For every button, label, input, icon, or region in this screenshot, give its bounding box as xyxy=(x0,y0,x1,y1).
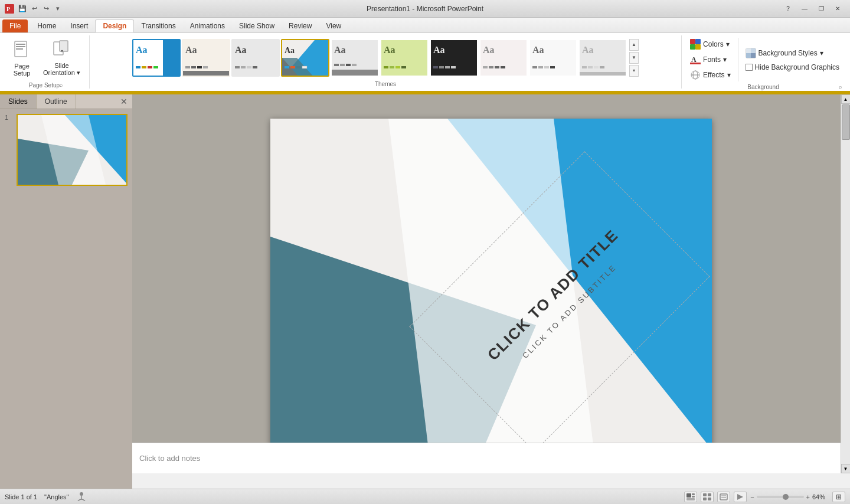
ribbon: PageSetup ▾ SlideOrientation ▾ Page Setu… xyxy=(0,33,850,92)
slide-orientation-button[interactable]: ▾ SlideOrientation ▾ xyxy=(39,37,84,80)
tab-review[interactable]: Review xyxy=(282,19,319,32)
slide-thumbnail-1[interactable] xyxy=(17,114,128,186)
tab-design[interactable]: Design xyxy=(95,19,134,32)
svg-rect-86 xyxy=(746,48,751,53)
hide-background-checkbox[interactable] xyxy=(746,64,753,71)
tab-view[interactable]: View xyxy=(319,19,348,32)
svg-rect-3 xyxy=(16,44,25,45)
svg-rect-53 xyxy=(433,66,438,68)
tab-transitions[interactable]: Transitions xyxy=(134,19,182,32)
theme-apex[interactable]: Aa xyxy=(331,39,379,77)
reading-view-btn[interactable] xyxy=(717,492,730,502)
effects-icon xyxy=(690,70,701,80)
svg-rect-15 xyxy=(153,66,158,68)
theme-aspect[interactable]: Aa xyxy=(380,39,429,77)
ribbon-tabs: File Home Insert Design Transitions Anim… xyxy=(0,18,850,33)
background-styles-label: Background Styles xyxy=(759,49,818,57)
zoom-slider-thumb[interactable] xyxy=(783,494,789,500)
scroll-track[interactable] xyxy=(841,104,850,464)
page-setup-expand-icon[interactable]: ⌕ xyxy=(60,82,63,88)
themes-scroll-up[interactable]: ▲ xyxy=(629,39,639,51)
svg-rect-34 xyxy=(285,66,289,68)
page-setup-icon xyxy=(12,40,31,61)
zoom-level: 64% xyxy=(812,493,829,500)
save-quick-btn[interactable]: 💾 xyxy=(18,4,27,14)
zoom-in-btn[interactable]: + xyxy=(806,493,810,500)
tab-animations[interactable]: Animations xyxy=(183,19,232,32)
notes-area[interactable]: Click to add notes xyxy=(132,443,841,473)
svg-rect-74 xyxy=(594,66,599,68)
theme-foundry[interactable]: Aa xyxy=(578,39,627,77)
svg-rect-22 xyxy=(203,66,208,68)
svg-rect-67 xyxy=(544,66,549,68)
svg-rect-21 xyxy=(197,66,202,68)
svg-rect-103 xyxy=(692,493,695,495)
scroll-up-btn[interactable]: ▲ xyxy=(841,94,851,104)
zoom-slider[interactable] xyxy=(757,496,804,498)
theme-equity[interactable]: Aa xyxy=(479,39,528,77)
page-setup-button[interactable]: PageSetup xyxy=(7,37,37,80)
scroll-thumb[interactable] xyxy=(842,104,850,140)
page-setup-buttons: PageSetup ▾ SlideOrientation ▾ xyxy=(7,37,84,80)
slide-item-1: 1 xyxy=(5,114,128,186)
background-styles-button[interactable]: Background Styles ▾ xyxy=(743,47,842,60)
svg-rect-62 xyxy=(501,66,505,68)
panel-close-button[interactable]: ✕ xyxy=(116,94,132,109)
tab-file[interactable]: File xyxy=(2,19,28,32)
scroll-down-btn[interactable]: ▼ xyxy=(841,464,851,473)
svg-rect-50 xyxy=(401,66,406,68)
page-setup-label: PageSetup xyxy=(14,63,31,77)
themes-scroll-more[interactable]: ▾ xyxy=(629,65,639,77)
theme-angles[interactable]: Aa xyxy=(281,39,329,77)
fonts-button[interactable]: A Fonts ▾ xyxy=(688,53,733,66)
zoom-out-btn[interactable]: − xyxy=(750,493,754,500)
svg-rect-5 xyxy=(16,48,23,50)
title-placeholder: CLICK TO ADD TITLE xyxy=(484,225,622,364)
help-btn[interactable]: ? xyxy=(780,3,796,15)
slideshow-view-btn[interactable] xyxy=(734,492,747,502)
themes-scroll-down[interactable]: ▼ xyxy=(629,52,639,64)
slide-sorter-btn[interactable] xyxy=(701,492,714,502)
fit-slide-btn[interactable]: ⊞ xyxy=(832,492,845,502)
effects-button[interactable]: Effects ▾ xyxy=(688,68,733,81)
background-styles-icon xyxy=(746,48,756,58)
theme-concourse[interactable]: Aa xyxy=(430,39,478,77)
theme-civic[interactable]: Aa xyxy=(231,39,280,77)
theme-austin[interactable]: Aa xyxy=(182,39,230,77)
hide-background-button[interactable]: Hide Background Graphics xyxy=(743,62,842,73)
undo-quick-btn[interactable]: ↩ xyxy=(30,4,39,14)
tab-insert[interactable]: Insert xyxy=(63,19,95,32)
svg-text:Aa: Aa xyxy=(334,45,346,55)
themes-content: Aa Aa xyxy=(132,37,639,78)
svg-rect-107 xyxy=(708,493,711,496)
theme-office[interactable]: Aa xyxy=(132,39,181,77)
svg-text:Aa: Aa xyxy=(532,45,544,55)
tab-slideshow[interactable]: Slide Show xyxy=(232,19,282,32)
themes-strip: Aa Aa xyxy=(132,39,627,77)
maximize-btn[interactable]: ❐ xyxy=(813,3,829,15)
svg-rect-55 xyxy=(445,66,450,68)
customize-quick-btn[interactable]: ▾ xyxy=(53,4,63,14)
minimize-btn[interactable]: — xyxy=(797,3,812,15)
svg-rect-44 xyxy=(352,64,357,66)
colors-button[interactable]: Colors ▾ xyxy=(688,38,733,51)
svg-text:Aa: Aa xyxy=(483,45,495,55)
ribbon-group-page-setup: PageSetup ▾ SlideOrientation ▾ Page Setu… xyxy=(2,35,90,89)
svg-rect-108 xyxy=(703,498,707,500)
svg-text:P: P xyxy=(6,6,10,12)
svg-marker-113 xyxy=(737,494,743,500)
svg-text:Aa: Aa xyxy=(433,45,445,55)
redo-quick-btn[interactable]: ↪ xyxy=(41,4,51,14)
svg-rect-43 xyxy=(346,64,351,66)
close-btn[interactable]: ✕ xyxy=(830,3,845,15)
accessibility-icon[interactable] xyxy=(76,492,87,502)
tab-slides[interactable]: Slides xyxy=(0,94,37,109)
tab-home[interactable]: Home xyxy=(30,19,63,32)
svg-rect-78 xyxy=(690,44,695,50)
page-setup-group-label: Page Setup ⌕ xyxy=(29,80,63,89)
slide-canvas[interactable]: CLICK TO ADD TITLE CLICK TO ADD SUBTITLE xyxy=(270,119,712,450)
tab-outline[interactable]: Outline xyxy=(37,94,76,109)
theme-flow[interactable]: Aa xyxy=(529,39,577,77)
normal-view-btn[interactable] xyxy=(684,492,697,502)
background-expand-icon[interactable]: ⌕ xyxy=(839,84,842,90)
